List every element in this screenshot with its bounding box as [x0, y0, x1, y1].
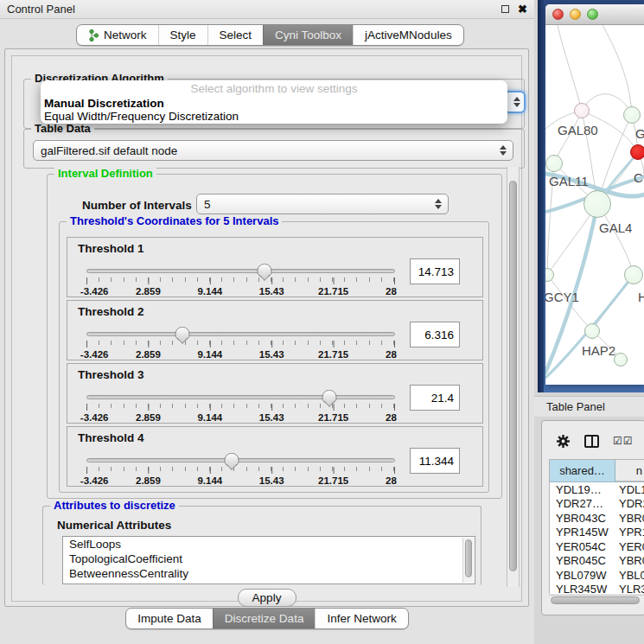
tab-select[interactable]: Select [207, 25, 264, 45]
control-panel-title: Control Panel [7, 3, 75, 16]
list-item-selfloops[interactable]: SelfLoops [63, 537, 475, 552]
algorithm-option-equal-width[interactable]: Equal Width/Frequency Discretization [41, 110, 507, 123]
threshold-3-slider-track[interactable] [86, 395, 395, 399]
float-window-icon[interactable] [501, 5, 509, 13]
threshold-2-slider-track[interactable] [86, 332, 395, 336]
threshold-3-value-field[interactable]: 21.4 [410, 385, 460, 411]
close-traffic-light-icon[interactable] [552, 9, 564, 20]
threshold-1-value-field[interactable]: 14.713 [410, 258, 460, 284]
discretize-tab-content: Discretization Algorithm Select algorith… [11, 55, 522, 602]
threshold-1-slider: -3.426 2.859 9.144 15.43 21.715 28 [86, 269, 395, 297]
node-gal80[interactable] [574, 103, 590, 118]
table-panel-title: Table Panel [546, 400, 605, 413]
main-vertical-scrollbar[interactable] [507, 167, 520, 587]
interval-definition-group: Interval Definition Number of Intervals … [47, 174, 502, 499]
minimize-traffic-light-icon[interactable] [570, 9, 581, 20]
threshold-4-value-field[interactable]: 11.344 [410, 448, 460, 474]
node-hap2[interactable] [584, 323, 600, 339]
node-red-selected[interactable] [630, 144, 644, 160]
table-panel-titlebar: Table Panel [534, 396, 644, 417]
tab-network-label: Network [104, 29, 147, 41]
tab-cyni-toolbox[interactable]: Cyni Toolbox [263, 25, 353, 45]
threshold-4-slider-thumb[interactable] [224, 453, 239, 466]
split-columns-icon[interactable] [584, 435, 599, 448]
node-gal4[interactable] [583, 190, 611, 218]
node-label-gcy1: GCY1 [545, 290, 579, 304]
threshold-1-slider-track[interactable] [86, 269, 395, 273]
network-view-frame: GAL80 GA GAL11 C GAL4 GCY1 H HAP2 [538, 0, 644, 392]
threshold-1-tick-labels: -3.426 2.859 9.144 15.43 21.715 28 [86, 286, 395, 297]
table-data-group-label: Table Data [31, 122, 94, 135]
node-attribute-table: shared… n YDL19…YDL1 YDR27…YDR2 YBR043CY… [549, 459, 644, 594]
table-row[interactable]: YBR045CYBR0 [550, 554, 644, 569]
threshold-4-slider-track[interactable] [86, 458, 395, 462]
node-label-c-clipped: C [634, 170, 643, 185]
bottom-tab-bar: Impute Data Discretize Data Infer Networ… [0, 608, 534, 629]
tab-style[interactable]: Style [158, 25, 207, 45]
table-row[interactable]: YPR145WYPR1 [550, 526, 644, 540]
tab-infer-network[interactable]: Infer Network [315, 609, 407, 628]
right-panel: GAL80 GA GAL11 C GAL4 GCY1 H HAP2 Table … [534, 0, 644, 644]
tab-impute-data[interactable]: Impute Data [126, 609, 213, 628]
screenshot-root: Control Panel ✖ Network Style [0, 0, 644, 644]
cyni-toolbox-pane: Discretization Algorithm Select algorith… [4, 48, 529, 607]
apply-button[interactable]: Apply [238, 589, 296, 607]
combo-spinner-icon [500, 141, 507, 160]
threshold-3-slider: -3.426 2.859 9.144 15.43 21.715 28 [86, 395, 395, 424]
node-top-right[interactable] [623, 106, 641, 124]
control-panel-titlebar: Control Panel ✖ [0, 0, 534, 19]
threshold-1-panel: Threshold 1 -3.426 2.859 9.144 [67, 237, 483, 297]
threshold-4-tick-labels: -3.426 2.859 9.144 15.43 21.715 28 [86, 475, 395, 487]
main-vertical-scrollbar-thumb[interactable] [509, 181, 517, 571]
tab-discretize-data[interactable]: Discretize Data [213, 609, 316, 628]
number-of-intervals-combobox[interactable]: 5 [196, 194, 449, 214]
node-label-h-clipped: H [638, 290, 644, 304]
thresholds-group: Threshold's Coordinates for 5 Intervals … [59, 221, 489, 493]
column-header-name[interactable]: n [615, 460, 644, 481]
column-header-shared-name[interactable]: shared… [550, 460, 615, 481]
node-label-ga-clipped: GA [635, 126, 644, 141]
node-h[interactable] [624, 265, 643, 284]
table-row[interactable]: YER054CYER0 [550, 539, 644, 554]
column-checkboxes-icon[interactable]: ☑☑ [613, 435, 634, 447]
tab-jactivemnodules[interactable]: jActiveMNodules [353, 25, 463, 45]
close-window-icon[interactable]: ✖ [518, 3, 527, 15]
threshold-1-slider-thumb[interactable] [257, 264, 271, 277]
number-of-intervals-value: 5 [204, 198, 211, 211]
gear-icon[interactable] [556, 434, 571, 449]
table-horizontal-scrollbar-thumb[interactable] [551, 596, 640, 604]
list-item-topologicalcoefficient[interactable]: TopologicalCoefficient [63, 552, 475, 566]
table-horizontal-scrollbar[interactable] [549, 595, 644, 605]
numerical-attributes-label: Numerical Attributes [57, 519, 171, 532]
table-data-combobox[interactable]: galFiltered.sif default node [33, 140, 513, 161]
table-panel-toolbar: ☑☑ [547, 426, 643, 456]
control-panel-window: Control Panel ✖ Network Style [0, 0, 534, 644]
table-row[interactable]: YBR043CYBR0 [550, 511, 644, 526]
table-row[interactable]: YDR27…YDR2 [550, 497, 644, 512]
node-bottom[interactable] [614, 353, 628, 367]
table-header-row: shared… n [550, 460, 644, 482]
attributes-list-scrollbar[interactable] [462, 538, 474, 583]
zoom-traffic-light-icon[interactable] [587, 9, 598, 20]
attributes-list-scrollbar-thumb[interactable] [465, 539, 472, 577]
table-data-combo-value: galFiltered.sif default node [41, 144, 177, 157]
tab-network[interactable]: Network [77, 25, 158, 45]
table-row[interactable]: YDL19…YDL1 [550, 482, 644, 497]
algorithm-option-manual[interactable]: Manual Discretization [41, 97, 507, 110]
numerical-attributes-list: SelfLoops TopologicalCoefficient Between… [62, 536, 475, 584]
node-gal11[interactable] [545, 155, 563, 172]
threshold-4-slider: -3.426 2.859 9.144 15.43 21.715 28 [86, 458, 395, 487]
threshold-3-label: Threshold 3 [78, 368, 144, 381]
threshold-3-tick-labels: -3.426 2.859 9.144 15.43 21.715 28 [86, 412, 395, 424]
list-item-betweennesscentrality[interactable]: BetweennessCentrality [63, 566, 475, 581]
combo-spinner-icon [435, 194, 442, 214]
network-canvas[interactable]: GAL80 GA GAL11 C GAL4 GCY1 H HAP2 [545, 25, 644, 384]
threshold-2-value-field[interactable]: 6.316 [410, 322, 460, 348]
table-row[interactable]: YBL079WYBL0 [550, 568, 644, 583]
network-window-titlebar [545, 4, 644, 25]
threshold-4-label: Threshold 4 [78, 431, 144, 444]
threshold-2-slider-thumb[interactable] [175, 327, 190, 340]
table-row[interactable]: YLR345WYLR3 [550, 583, 644, 595]
threshold-2-label: Threshold 2 [78, 305, 144, 318]
threshold-3-slider-thumb[interactable] [322, 390, 337, 403]
